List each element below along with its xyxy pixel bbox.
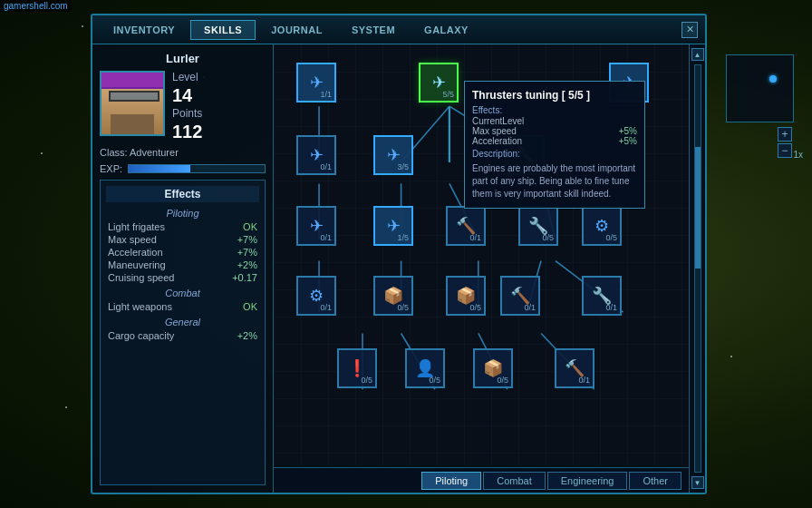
skill-node-r4c[interactable]: 📦 0/5 [473,348,513,388]
skill-node-s2[interactable]: ✈ 5/5 [419,63,459,103]
zoom-controls: + − [778,127,792,158]
effect-value: +0.17 [232,272,257,283]
zoom-level: 1x [793,150,803,160]
skill-node-r3d[interactable]: 🔨 0/1 [500,276,540,316]
tooltip-description: Engines are probably the most important … [472,162,637,200]
tooltip-row: Acceleration +5% [472,136,637,146]
skill-node-r2d[interactable]: 🔧 0/5 [518,206,558,246]
close-button[interactable]: ✕ [682,22,698,38]
character-info: Level 14 Points 112 [100,71,266,142]
effect-label: Cruising speed [108,272,174,283]
skill-node-r4a[interactable]: ❗ 0/5 [337,348,377,388]
tab-galaxy[interactable]: GALAXY [411,20,482,40]
tab-system[interactable]: SYSTEM [338,20,409,40]
skill-node-r3c[interactable]: 📦 0/5 [446,276,486,316]
skill-count: 0/1 [320,303,332,312]
exp-bar [128,164,266,173]
skill-node-r2a[interactable]: ✈ 0/1 [296,206,336,246]
skill-count: 0/5 [542,233,554,242]
tooltip-label: Max speed [472,126,517,136]
character-name: Lurler [100,52,266,65]
scroll-up-arrow[interactable]: ▲ [691,48,704,61]
skill-node-s1[interactable]: ✈ 1/1 [296,63,336,103]
effect-label: Maneuvering [108,259,166,270]
skill-count: 0/5 [497,376,508,385]
tooltip-row: Max speed +5% [472,126,637,136]
bottom-tab-combat[interactable]: Combat [483,472,546,490]
scroll-down-arrow[interactable]: ▼ [691,476,704,489]
effect-row: Light weapons OK [106,300,259,313]
skill-count: 0/1 [320,162,332,171]
effect-row: Maneuvering +2% [106,259,259,271]
effect-label: Max speed [108,234,157,245]
effect-value: OK [243,301,257,312]
effect-value: +2% [237,330,257,341]
minimap [726,54,794,122]
effect-label: Light weapons [108,301,172,312]
skill-node-r1a[interactable]: ✈ 0/1 [296,135,336,175]
exp-label: EXP: [100,163,122,174]
level-value: 14 [172,85,202,105]
left-panel: Lurler Level 14 Points 112 Class: A [92,44,274,493]
skill-node-r3b[interactable]: 📦 0/5 [373,276,413,316]
skill-count: 0/5 [397,303,409,312]
skill-count: 1/5 [397,233,409,242]
effect-value: +7% [237,234,257,245]
titlebar: INVENTORY SKILLS JOURNAL SYSTEM GALAXY ✕ [92,15,705,44]
zoom-in-button[interactable]: + [778,127,792,142]
exp-container: EXP: [100,163,266,174]
bottom-tab-bar: Piloting Combat Engineering Other [274,467,689,493]
skill-node-r2b[interactable]: ✈ 1/5 [373,206,413,246]
skill-node-r3e[interactable]: 🔧 0/1 [582,276,622,316]
class-label: Class: Adventurer [100,147,266,158]
scroll-track[interactable] [694,64,701,473]
skill-tree-area: ✈ 1/1 ✈ 5/5 Thrusters tuning [ 5/5 ] Eff… [274,44,689,493]
skill-node-r4d[interactable]: 🔨 0/1 [555,348,594,388]
effect-category-general: General [106,317,259,327]
skill-count: 0/5 [429,376,440,385]
bottom-tab-piloting[interactable]: Piloting [421,472,481,490]
skill-node-r3a[interactable]: ⚙ 0/1 [296,276,336,316]
bottom-tab-engineering[interactable]: Engineering [547,472,628,490]
points-value: 112 [172,122,202,142]
exp-fill [129,165,189,172]
skill-count: 0/5 [469,303,481,312]
skill-node-r2e[interactable]: ⚙ 0/5 [582,206,622,246]
points-label: Points [172,107,202,120]
skill-tooltip: Thrusters tuning [ 5/5 ] Effects: Curren… [464,81,645,209]
tab-inventory[interactable]: INVENTORY [100,20,188,40]
character-stats: Level 14 Points 112 [172,71,202,142]
tooltip-effects-label: Effects: [472,105,637,115]
scroll-thumb [695,147,701,269]
skill-count: 0/1 [469,233,481,242]
right-scrollbar: ▲ ▼ [689,44,705,493]
effect-value: +2% [237,259,257,270]
minimap-dot [769,75,777,83]
effect-row: Cargo capacity +2% [106,329,259,342]
skill-count: 0/1 [524,303,536,312]
skill-count: 0/1 [320,233,332,242]
skill-count: 0/5 [605,233,617,242]
tooltip-title: Thrusters tuning [ 5/5 ] [472,89,637,102]
effects-title: Effects [106,186,259,202]
skill-node-r2c[interactable]: 🔨 0/1 [446,206,486,246]
skill-count: 5/5 [442,90,454,99]
effect-category-combat: Combat [106,288,259,298]
tab-skills[interactable]: SKILLS [190,20,256,40]
zoom-out-button[interactable]: − [778,143,792,158]
effect-value: OK [243,221,257,232]
effect-row: Acceleration +7% [106,246,259,259]
content-area: Lurler Level 14 Points 112 Class: A [92,44,705,493]
avatar [100,71,165,136]
tab-journal[interactable]: JOURNAL [257,20,336,40]
skill-count: 0/1 [605,303,617,312]
tooltip-desc-label: Description: [472,149,637,159]
skill-node-r1b[interactable]: ✈ 3/5 [373,135,413,175]
bottom-tab-other[interactable]: Other [629,472,682,490]
skill-node-r4b[interactable]: 👤 0/5 [405,348,445,388]
watermark: gamershell.com [0,0,72,12]
tooltip-value: +5% [619,136,637,146]
effect-row: Cruising speed +0.17 [106,271,259,284]
skill-count: 0/1 [578,376,590,385]
level-label: Level [172,71,202,83]
